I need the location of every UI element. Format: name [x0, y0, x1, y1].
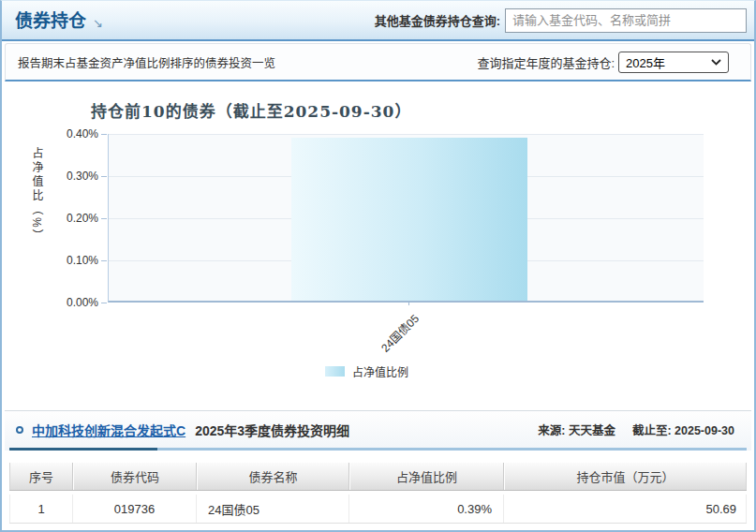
tab-underline: [9, 448, 747, 451]
th-bond-name: 债券名称: [197, 463, 349, 490]
detail-section-header: 中加科技创新混合发起式C 2025年3季度债券投资明细 来源: 天天基金 截止至…: [5, 410, 751, 451]
page-title: 债券持仓: [15, 11, 86, 29]
bullet-circle-icon: [16, 426, 23, 434]
year-filter-label: 查询指定年度的基金持仓:: [477, 53, 615, 71]
y-tick-mark: [101, 303, 107, 303]
fund-search-input[interactable]: [505, 8, 747, 33]
chart-legend[interactable]: 占净值比例: [325, 363, 408, 379]
legend-swatch: [325, 366, 345, 377]
as-of-text: 截止至: 2025-09-30: [632, 421, 734, 438]
th-bond-code: 债券代码: [73, 463, 197, 490]
cell-market-value: 50.69: [504, 495, 747, 523]
y-tick-label: 0.30%: [53, 170, 98, 182]
source-text: 来源: 天天基金: [538, 421, 615, 438]
fund-search-group: 其他基金债券持仓查询:: [375, 8, 747, 33]
fund-link[interactable]: 中加科技创新混合发起式C: [32, 421, 185, 439]
cell-bond-name: 24国债05: [197, 495, 349, 523]
page-title-wrap: 债券持仓 ↘: [15, 11, 103, 29]
table-header-row: 序号 债券代码 债券名称 占净值比例 持仓市值（万元）: [9, 463, 747, 491]
tab-underline-active: [9, 448, 157, 451]
fund-search-label: 其他基金债券持仓查询:: [375, 11, 500, 29]
report-description: 报告期末占基金资产净值比例排序的债券投资一览: [18, 53, 275, 71]
y-tick-label: 0.00%: [53, 297, 98, 308]
cell-bond-code: 019736: [73, 495, 197, 523]
y-tick-label: 0.10%: [53, 255, 98, 266]
table-row: 1 019736 24国债05 0.39% 50.69: [9, 495, 747, 524]
year-select[interactable]: 2025年: [618, 52, 729, 73]
legend-label: 占净值比例: [352, 363, 408, 379]
holdings-table: 序号 债券代码 债券名称 占净值比例 持仓市值（万元） 1 019736 24国…: [9, 463, 747, 524]
chart-y-axis-label: 占净值比（%）: [29, 147, 45, 244]
y-tick-label: 0.40%: [53, 128, 98, 140]
bar: [291, 138, 527, 301]
x-category-label: 24国债05: [377, 310, 422, 355]
y-tick-label: 0.20%: [53, 213, 98, 224]
th-index: 序号: [9, 463, 73, 490]
bond-holdings-page: 债券持仓 ↘ 其他基金债券持仓查询: 报告期末占基金资产净值比例排序的债券投资一…: [0, 0, 756, 532]
detail-meta: 来源: 天天基金 截止至: 2025-09-30: [538, 421, 740, 438]
detail-subtitle: 2025年3季度债券投资明细: [195, 421, 349, 439]
gridline: [109, 134, 704, 135]
report-subbar: 报告期末占基金资产净值比例排序的债券投资一览 查询指定年度的基金持仓: 2025…: [5, 43, 751, 81]
year-select-value: 2025年: [626, 53, 665, 71]
chart-title: 持仓前10的债券（截止至2025-09-30）: [91, 98, 411, 122]
y-tick-mark: [101, 260, 107, 261]
cell-index: 1: [9, 495, 73, 523]
chevron-down-icon: [711, 59, 721, 66]
x-tick-mark: [408, 301, 409, 305]
arrow-down-right-icon: ↘: [93, 16, 103, 29]
y-tick-mark: [101, 134, 107, 135]
y-tick-mark: [101, 176, 107, 177]
chart-plot-area: [108, 134, 704, 303]
th-nav-ratio: 占净值比例: [349, 463, 504, 490]
year-filter-group: 查询指定年度的基金持仓: 2025年: [477, 52, 729, 73]
th-market-value: 持仓市值（万元）: [504, 463, 747, 490]
cell-nav-ratio: 0.39%: [349, 495, 504, 523]
y-tick-mark: [101, 218, 107, 219]
page-header: 债券持仓 ↘ 其他基金债券持仓查询:: [2, 1, 754, 41]
tab-underline-rest: [157, 448, 747, 451]
